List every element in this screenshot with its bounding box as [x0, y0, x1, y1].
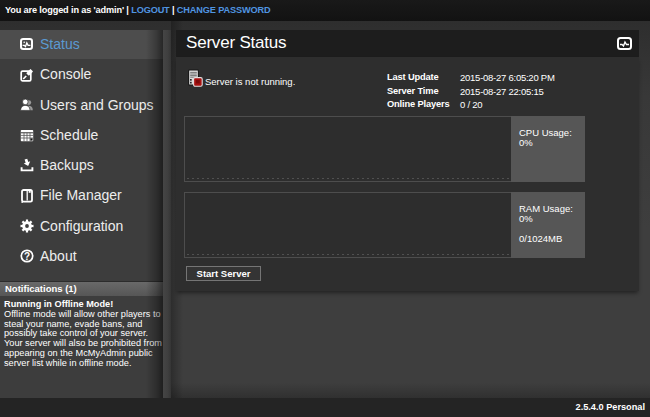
svg-text:?: ? [24, 251, 30, 262]
